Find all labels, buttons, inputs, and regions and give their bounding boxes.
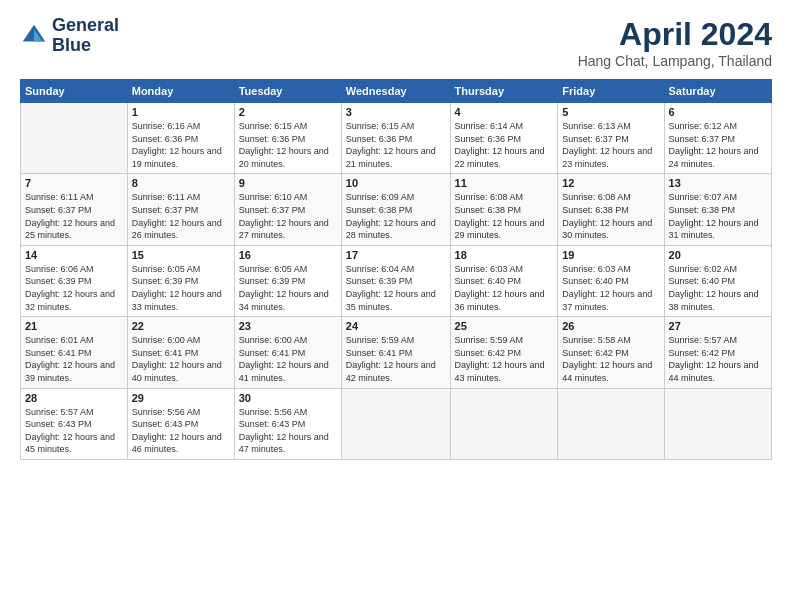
day-number: 22 [132,320,230,332]
day-number: 1 [132,106,230,118]
day-cell: 27Sunrise: 5:57 AMSunset: 6:42 PMDayligh… [664,317,771,388]
day-cell [450,388,558,459]
day-cell [558,388,664,459]
day-number: 2 [239,106,337,118]
day-cell: 7Sunrise: 6:11 AMSunset: 6:37 PMDaylight… [21,174,128,245]
logo-line1: General [52,16,119,36]
day-info: Sunrise: 6:02 AMSunset: 6:40 PMDaylight:… [669,263,767,313]
day-number: 12 [562,177,659,189]
header-cell-thursday: Thursday [450,80,558,103]
day-cell: 22Sunrise: 6:00 AMSunset: 6:41 PMDayligh… [127,317,234,388]
calendar-header: SundayMondayTuesdayWednesdayThursdayFrid… [21,80,772,103]
day-info: Sunrise: 6:15 AMSunset: 6:36 PMDaylight:… [346,120,446,170]
day-info: Sunrise: 6:03 AMSunset: 6:40 PMDaylight:… [455,263,554,313]
day-info: Sunrise: 6:06 AMSunset: 6:39 PMDaylight:… [25,263,123,313]
day-number: 18 [455,249,554,261]
day-cell: 4Sunrise: 6:14 AMSunset: 6:36 PMDaylight… [450,103,558,174]
day-number: 13 [669,177,767,189]
day-cell: 29Sunrise: 5:56 AMSunset: 6:43 PMDayligh… [127,388,234,459]
day-number: 25 [455,320,554,332]
day-number: 9 [239,177,337,189]
calendar-body: 1Sunrise: 6:16 AMSunset: 6:36 PMDaylight… [21,103,772,460]
main-title: April 2024 [578,16,772,53]
day-info: Sunrise: 6:05 AMSunset: 6:39 PMDaylight:… [239,263,337,313]
day-cell: 5Sunrise: 6:13 AMSunset: 6:37 PMDaylight… [558,103,664,174]
day-info: Sunrise: 6:11 AMSunset: 6:37 PMDaylight:… [25,191,123,241]
header-cell-saturday: Saturday [664,80,771,103]
day-number: 11 [455,177,554,189]
day-cell: 17Sunrise: 6:04 AMSunset: 6:39 PMDayligh… [341,245,450,316]
day-number: 28 [25,392,123,404]
day-cell: 12Sunrise: 6:08 AMSunset: 6:38 PMDayligh… [558,174,664,245]
day-info: Sunrise: 6:08 AMSunset: 6:38 PMDaylight:… [455,191,554,241]
day-number: 17 [346,249,446,261]
day-info: Sunrise: 6:12 AMSunset: 6:37 PMDaylight:… [669,120,767,170]
day-cell [341,388,450,459]
day-cell: 28Sunrise: 5:57 AMSunset: 6:43 PMDayligh… [21,388,128,459]
day-number: 14 [25,249,123,261]
day-cell: 11Sunrise: 6:08 AMSunset: 6:38 PMDayligh… [450,174,558,245]
day-cell: 13Sunrise: 6:07 AMSunset: 6:38 PMDayligh… [664,174,771,245]
day-number: 21 [25,320,123,332]
day-info: Sunrise: 6:01 AMSunset: 6:41 PMDaylight:… [25,334,123,384]
day-cell: 23Sunrise: 6:00 AMSunset: 6:41 PMDayligh… [234,317,341,388]
day-info: Sunrise: 5:56 AMSunset: 6:43 PMDaylight:… [239,406,337,456]
day-cell: 15Sunrise: 6:05 AMSunset: 6:39 PMDayligh… [127,245,234,316]
header-cell-sunday: Sunday [21,80,128,103]
day-number: 20 [669,249,767,261]
day-cell: 6Sunrise: 6:12 AMSunset: 6:37 PMDaylight… [664,103,771,174]
day-info: Sunrise: 5:57 AMSunset: 6:43 PMDaylight:… [25,406,123,456]
day-info: Sunrise: 5:58 AMSunset: 6:42 PMDaylight:… [562,334,659,384]
day-cell: 25Sunrise: 5:59 AMSunset: 6:42 PMDayligh… [450,317,558,388]
day-cell: 1Sunrise: 6:16 AMSunset: 6:36 PMDaylight… [127,103,234,174]
day-cell: 21Sunrise: 6:01 AMSunset: 6:41 PMDayligh… [21,317,128,388]
day-info: Sunrise: 6:16 AMSunset: 6:36 PMDaylight:… [132,120,230,170]
logo-icon [20,22,48,50]
day-info: Sunrise: 5:59 AMSunset: 6:41 PMDaylight:… [346,334,446,384]
day-cell: 18Sunrise: 6:03 AMSunset: 6:40 PMDayligh… [450,245,558,316]
day-cell: 10Sunrise: 6:09 AMSunset: 6:38 PMDayligh… [341,174,450,245]
day-info: Sunrise: 5:56 AMSunset: 6:43 PMDaylight:… [132,406,230,456]
logo-line2: Blue [52,36,119,56]
day-number: 24 [346,320,446,332]
day-cell: 24Sunrise: 5:59 AMSunset: 6:41 PMDayligh… [341,317,450,388]
day-number: 26 [562,320,659,332]
header-cell-monday: Monday [127,80,234,103]
title-block: April 2024 Hang Chat, Lampang, Thailand [578,16,772,69]
day-info: Sunrise: 6:04 AMSunset: 6:39 PMDaylight:… [346,263,446,313]
day-number: 19 [562,249,659,261]
day-cell: 8Sunrise: 6:11 AMSunset: 6:37 PMDaylight… [127,174,234,245]
day-number: 10 [346,177,446,189]
calendar-table: SundayMondayTuesdayWednesdayThursdayFrid… [20,79,772,460]
day-info: Sunrise: 6:05 AMSunset: 6:39 PMDaylight:… [132,263,230,313]
week-row-4: 28Sunrise: 5:57 AMSunset: 6:43 PMDayligh… [21,388,772,459]
header: General Blue April 2024 Hang Chat, Lampa… [20,16,772,69]
day-info: Sunrise: 6:03 AMSunset: 6:40 PMDaylight:… [562,263,659,313]
day-number: 5 [562,106,659,118]
week-row-3: 21Sunrise: 6:01 AMSunset: 6:41 PMDayligh… [21,317,772,388]
day-cell: 2Sunrise: 6:15 AMSunset: 6:36 PMDaylight… [234,103,341,174]
day-cell: 9Sunrise: 6:10 AMSunset: 6:37 PMDaylight… [234,174,341,245]
day-cell: 30Sunrise: 5:56 AMSunset: 6:43 PMDayligh… [234,388,341,459]
day-info: Sunrise: 6:00 AMSunset: 6:41 PMDaylight:… [239,334,337,384]
day-cell: 26Sunrise: 5:58 AMSunset: 6:42 PMDayligh… [558,317,664,388]
week-row-1: 7Sunrise: 6:11 AMSunset: 6:37 PMDaylight… [21,174,772,245]
day-number: 27 [669,320,767,332]
header-cell-friday: Friday [558,80,664,103]
day-cell: 16Sunrise: 6:05 AMSunset: 6:39 PMDayligh… [234,245,341,316]
day-number: 29 [132,392,230,404]
logo-text: General Blue [52,16,119,56]
day-cell [21,103,128,174]
header-cell-tuesday: Tuesday [234,80,341,103]
header-row: SundayMondayTuesdayWednesdayThursdayFrid… [21,80,772,103]
day-number: 8 [132,177,230,189]
subtitle: Hang Chat, Lampang, Thailand [578,53,772,69]
day-cell: 20Sunrise: 6:02 AMSunset: 6:40 PMDayligh… [664,245,771,316]
logo: General Blue [20,16,119,56]
header-cell-wednesday: Wednesday [341,80,450,103]
day-info: Sunrise: 6:11 AMSunset: 6:37 PMDaylight:… [132,191,230,241]
day-number: 6 [669,106,767,118]
day-info: Sunrise: 6:14 AMSunset: 6:36 PMDaylight:… [455,120,554,170]
day-info: Sunrise: 6:09 AMSunset: 6:38 PMDaylight:… [346,191,446,241]
week-row-2: 14Sunrise: 6:06 AMSunset: 6:39 PMDayligh… [21,245,772,316]
